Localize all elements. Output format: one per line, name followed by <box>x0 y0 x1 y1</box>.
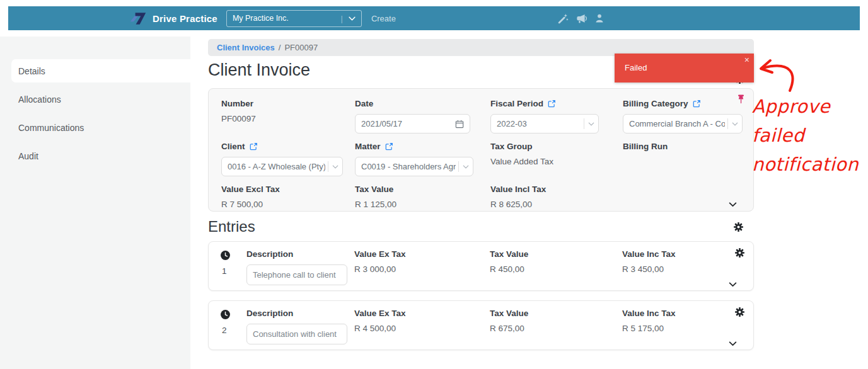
field-tax-value: Tax Value R 1 125,00 <box>355 184 490 209</box>
main-content: Client Invoices / PF00097 Client Invoice <box>208 37 754 369</box>
entry-value-ex-tax: Value Ex Tax R 3 000,00 <box>354 249 490 285</box>
chevron-down-icon <box>349 16 356 21</box>
collapse-chevron-icon[interactable] <box>729 282 737 287</box>
close-icon[interactable]: × <box>744 55 749 65</box>
sidebar-item-allocations[interactable]: Allocations <box>0 88 190 111</box>
value-ex-tax-value: R 3 000,00 <box>354 264 490 274</box>
tax-value-value: R 675,00 <box>490 324 622 333</box>
select-separator <box>328 161 328 172</box>
gear-icon[interactable] <box>734 222 743 232</box>
left-sidebar: Details Allocations Communications Audit <box>0 37 190 369</box>
value-inc-tax-value: R 3 450,00 <box>622 264 743 274</box>
calendar-icon <box>455 120 464 128</box>
entry-tax-value: Tax Value R 450,00 <box>490 249 622 285</box>
sidebar-item-label: Allocations <box>18 94 61 105</box>
sidebar-item-details[interactable]: Details <box>11 59 190 82</box>
external-link-icon[interactable] <box>548 100 555 108</box>
brand[interactable]: Drive Practice <box>129 10 217 26</box>
external-link-icon[interactable] <box>385 143 393 150</box>
value-ex-tax-label: Value Ex Tax <box>354 249 490 259</box>
sidebar-item-audit[interactable]: Audit <box>0 144 190 167</box>
entry-grid: 1 Description Value Ex Tax R 3 000,00 Ta… <box>220 249 743 285</box>
description-input[interactable] <box>246 324 347 344</box>
field-fiscal-period: Fiscal Period 2022-03 <box>490 99 623 133</box>
fiscal-period-label: Fiscal Period <box>490 99 623 108</box>
gear-icon[interactable] <box>735 248 744 258</box>
tax-value-label: Tax Value <box>355 184 490 194</box>
value-incl-tax-label: Value Incl Tax <box>490 184 623 194</box>
entry-number: 2 <box>220 326 227 335</box>
select-separator <box>458 161 459 172</box>
organisation-select-value: My Practice Inc. <box>233 14 341 23</box>
client-invoice-card: Number PF00097 Date 2021/05/17 <box>208 88 754 212</box>
date-input[interactable]: 2021/05/17 <box>355 114 470 133</box>
chevron-down-icon <box>588 122 594 126</box>
value-excl-tax-value: R 7 500,00 <box>221 200 355 209</box>
matter-select[interactable]: C0019 - Shareholders Agre... <box>355 157 473 176</box>
fiscal-period-select[interactable]: 2022-03 <box>490 114 599 133</box>
value-inc-tax-label: Value Inc Tax <box>622 249 743 259</box>
breadcrumb-link-client-invoices[interactable]: Client Invoices <box>217 43 275 52</box>
external-link-icon[interactable] <box>693 100 700 108</box>
description-input[interactable] <box>246 264 347 285</box>
select-separator: | <box>340 14 342 23</box>
field-client: Client 0016 - A-Z Wholesale (Pty) ... <box>221 142 355 176</box>
fiscal-period-label-text: Fiscal Period <box>490 99 543 108</box>
tax-value-label: Tax Value <box>490 249 622 259</box>
create-menu[interactable]: Create <box>371 14 396 23</box>
entry-value-inc-tax: Value Inc Tax R 3 450,00 <box>622 249 743 285</box>
gear-icon[interactable] <box>735 307 744 317</box>
client-label-text: Client <box>221 142 245 151</box>
invoice-fields-grid: Number PF00097 Date 2021/05/17 <box>221 99 741 209</box>
sidebar-item-communications[interactable]: Communications <box>0 116 190 139</box>
field-tax-group: Tax Group Value Added Tax <box>490 142 623 176</box>
field-billing-category: Billing Category Commercial Branch A - C… <box>623 99 743 133</box>
field-value-incl-tax: Value Incl Tax R 8 625,00 <box>490 184 623 209</box>
top-navbar: Drive Practice My Practice Inc. | Create <box>8 6 860 30</box>
annotation-text: Approve failed notification <box>752 92 859 179</box>
external-link-icon[interactable] <box>250 143 257 150</box>
entry-description: Description <box>246 249 354 285</box>
entry-value-ex-tax: Value Ex Tax R 4 500,00 <box>354 309 490 344</box>
navbar-icon-group <box>558 6 605 30</box>
tax-value-label: Tax Value <box>490 309 622 318</box>
collapse-chevron-icon[interactable] <box>729 202 737 207</box>
entry-index-column: 2 <box>220 309 246 344</box>
matter-value: C0019 - Shareholders Agre... <box>361 162 456 171</box>
tax-value-value: R 1 125,00 <box>355 200 490 209</box>
breadcrumb-separator: / <box>279 43 281 52</box>
billing-category-value: Commercial Branch A - Co... <box>629 119 725 128</box>
field-matter: Matter C0019 - Shareholders Agre... <box>355 142 490 176</box>
value-excl-tax-label: Value Excl Tax <box>221 184 355 194</box>
chevron-down-icon <box>332 165 339 169</box>
tax-group-label: Tax Group <box>490 142 623 151</box>
magic-wand-icon[interactable] <box>558 13 569 24</box>
megaphone-icon[interactable] <box>576 13 587 24</box>
clock-icon <box>220 250 231 261</box>
tax-value-value: R 450,00 <box>490 264 622 274</box>
brand-name: Drive Practice <box>153 13 217 24</box>
sidebar-item-label: Details <box>18 66 45 76</box>
annotation-line: failed <box>752 121 859 150</box>
sidebar-item-label: Communications <box>18 123 84 133</box>
client-value: 0016 - A-Z Wholesale (Pty) ... <box>228 162 325 171</box>
value-ex-tax-label: Value Ex Tax <box>354 309 490 318</box>
select-separator <box>727 118 728 129</box>
billing-category-label: Billing Category <box>623 99 743 108</box>
toast-message: Failed <box>625 63 647 72</box>
select-separator <box>584 118 584 129</box>
billing-category-select[interactable]: Commercial Branch A - Co... <box>623 114 743 133</box>
field-billing-run: Billing Run <box>623 142 743 176</box>
pin-icon[interactable] <box>737 94 745 105</box>
collapse-chevron-icon[interactable] <box>729 341 737 346</box>
drive-practice-logo-icon <box>129 10 147 26</box>
entries-header: Entries <box>208 218 754 236</box>
number-label: Number <box>221 99 355 108</box>
matter-label: Matter <box>355 142 490 151</box>
organisation-select[interactable]: My Practice Inc. | <box>226 10 362 27</box>
chevron-down-icon <box>732 122 738 126</box>
client-select[interactable]: 0016 - A-Z Wholesale (Pty) ... <box>221 157 343 176</box>
failed-toast: Failed × <box>615 54 754 82</box>
annotation-line: notification <box>752 150 859 179</box>
user-icon[interactable] <box>594 13 605 23</box>
